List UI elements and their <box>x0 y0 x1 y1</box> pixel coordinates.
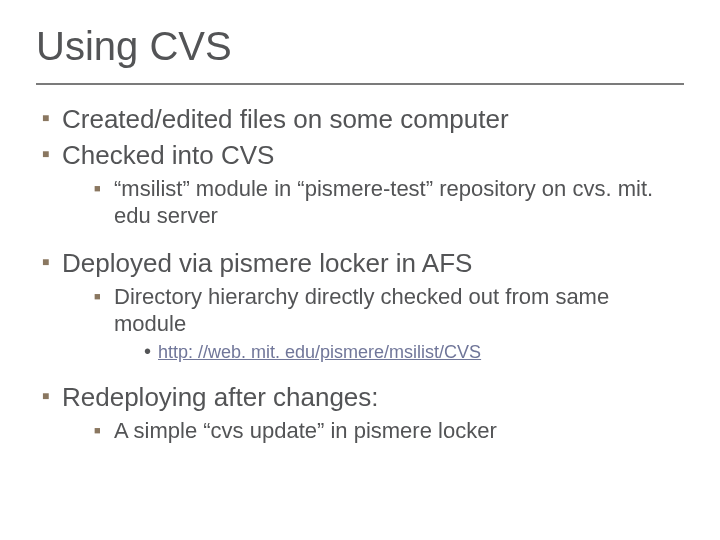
sub-bullet-item: ■ A simple “cvs update” in pismere locke… <box>94 417 684 444</box>
slide: Using CVS ■ Created/edited files on some… <box>0 0 720 540</box>
bullet-item: ■ Created/edited files on some computer <box>42 103 684 135</box>
bullet-item: ■ Checked into CVS <box>42 139 684 171</box>
hyperlink[interactable]: http: //web. mit. edu/pismere/msilist/CV… <box>158 342 481 362</box>
sub-sub-bullet-text: http: //web. mit. edu/pismere/msilist/CV… <box>158 341 481 363</box>
spacer <box>36 233 684 243</box>
sub-bullet-text: A simple “cvs update” in pismere locker <box>114 417 497 444</box>
bullet-text: Checked into CVS <box>62 139 274 171</box>
sub-sub-bullet-item: • http: //web. mit. edu/pismere/msilist/… <box>144 341 684 363</box>
square-bullet-icon: ■ <box>42 103 62 135</box>
bullet-item: ■ Deployed via pismere locker in AFS <box>42 247 684 279</box>
sub-bullet-text: “msilist” module in “pismere-test” repos… <box>114 175 684 229</box>
sub-bullet-text: Directory hierarchy directly checked out… <box>114 283 684 337</box>
bullet-item: ■ Redeploying after changes: <box>42 381 684 413</box>
title-underline <box>36 83 684 85</box>
square-bullet-icon: ■ <box>94 175 114 229</box>
sub-bullet-item: ■ Directory hierarchy directly checked o… <box>94 283 684 337</box>
dot-bullet-icon: • <box>144 340 158 363</box>
square-bullet-icon: ■ <box>42 381 62 413</box>
slide-title: Using CVS <box>36 24 684 75</box>
square-bullet-icon: ■ <box>94 283 114 337</box>
bullet-text: Deployed via pismere locker in AFS <box>62 247 472 279</box>
bullet-text: Redeploying after changes: <box>62 381 379 413</box>
square-bullet-icon: ■ <box>42 139 62 171</box>
bullet-text: Created/edited files on some computer <box>62 103 509 135</box>
sub-bullet-item: ■ “msilist” module in “pismere-test” rep… <box>94 175 684 229</box>
spacer <box>36 367 684 377</box>
square-bullet-icon: ■ <box>94 417 114 444</box>
square-bullet-icon: ■ <box>42 247 62 279</box>
